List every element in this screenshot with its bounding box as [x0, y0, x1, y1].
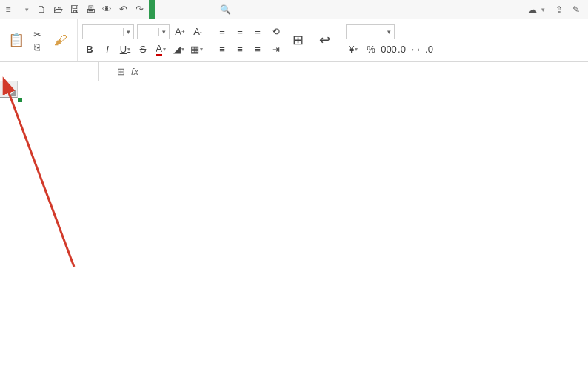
- row-highlight-outer: [18, 98, 22, 102]
- qat-undo-icon[interactable]: ↶: [116, 3, 130, 16]
- search-icon: 🔍: [220, 4, 231, 15]
- cut-icon: ✂: [31, 29, 43, 40]
- quick-access-toolbar: 🗋 🗁 🖫 🖶 👁 ↶ ↷: [32, 3, 149, 16]
- font-name-select[interactable]: ▾: [82, 24, 134, 39]
- shrink-font-button[interactable]: A-: [190, 24, 205, 39]
- format-painter-button[interactable]: 🖌: [49, 32, 73, 50]
- paste-icon: 📋: [8, 33, 24, 47]
- bold-button[interactable]: B: [82, 42, 97, 57]
- tab-page-layout[interactable]: [161, 0, 167, 19]
- tab-formula[interactable]: [167, 0, 173, 19]
- app-menu-icon[interactable]: ≡: [0, 4, 16, 15]
- cut-button[interactable]: ✂: [31, 29, 46, 40]
- tab-data[interactable]: [173, 0, 178, 19]
- comment-icon: ✎: [572, 4, 580, 15]
- bucket-icon: ◢: [173, 44, 181, 55]
- align-top-button[interactable]: ≡: [215, 24, 230, 39]
- underline-button[interactable]: U▾: [118, 42, 133, 57]
- qat-save-icon[interactable]: 🖫: [67, 3, 81, 16]
- currency-button[interactable]: ¥▾: [346, 42, 361, 57]
- share-button[interactable]: ⇪: [555, 4, 565, 15]
- name-box[interactable]: [0, 62, 99, 81]
- row-highlight-inner: [18, 98, 21, 101]
- qat-redo-icon[interactable]: ↷: [133, 3, 146, 16]
- qat-preview-icon[interactable]: 👁: [100, 3, 113, 16]
- unsaved-dropdown-icon[interactable]: ▾: [541, 6, 548, 13]
- active-cell-selection: [18, 98, 21, 101]
- chevron-down-icon: ▾: [384, 28, 394, 36]
- search-button[interactable]: 🔍: [220, 4, 233, 15]
- fx-icon[interactable]: fx: [131, 66, 138, 77]
- align-group: ≡ ≡ ≡ ⟲ ≡ ≡ ≡ ⇥ ⊞ ↩: [210, 19, 341, 61]
- ribbon: 📋 ✂ ⎘ 🖌 ▾ ▾ A+ A- B I U▾ S A▾: [0, 19, 588, 62]
- copy-icon: ⎘: [31, 41, 43, 53]
- share-icon: ⇪: [555, 4, 563, 15]
- fill-color-button[interactable]: ◢▾: [171, 42, 186, 57]
- increase-decimal-button[interactable]: .0→: [399, 42, 414, 57]
- file-menu-dropdown-icon[interactable]: ▾: [25, 6, 32, 13]
- tab-home[interactable]: [149, 0, 155, 19]
- indent-button[interactable]: ⇥: [268, 42, 283, 57]
- tab-extra[interactable]: [202, 0, 208, 19]
- merge-icon: ⊞: [293, 33, 304, 47]
- merge-center-button[interactable]: ⊞: [286, 32, 310, 50]
- number-format-select[interactable]: ▾: [346, 24, 395, 39]
- menu-bar: ≡ ▾ 🗋 🗁 🖫 🖶 👁 ↶ ↷ 🔍 ☁ ▾ ⇪: [0, 0, 588, 19]
- grow-font-button[interactable]: A+: [173, 24, 187, 39]
- align-bottom-button[interactable]: ≡: [250, 24, 265, 39]
- tab-insert[interactable]: [155, 0, 161, 19]
- italic-button[interactable]: I: [100, 42, 115, 57]
- brush-icon: 🖌: [54, 33, 67, 47]
- tab-view[interactable]: [184, 0, 190, 19]
- spreadsheet-grid: [0, 81, 588, 383]
- qat-new-icon[interactable]: 🗋: [35, 3, 48, 16]
- unsaved-indicator[interactable]: ☁ ▾: [528, 4, 548, 15]
- tab-more[interactable]: [208, 0, 214, 19]
- tab-review[interactable]: [178, 0, 184, 19]
- tab-security[interactable]: [190, 0, 196, 19]
- align-middle-button[interactable]: ≡: [233, 24, 247, 39]
- tab-dev-tools[interactable]: [196, 0, 202, 19]
- orientation-button[interactable]: ⟲: [268, 24, 283, 39]
- select-all-corner[interactable]: [0, 81, 18, 98]
- fill-handle[interactable]: [18, 98, 22, 102]
- comment-button[interactable]: ✎: [572, 4, 582, 15]
- comma-button[interactable]: 000: [381, 42, 396, 57]
- chevron-down-icon: ▾: [123, 28, 133, 36]
- formula-bar: ⊞ fx: [0, 62, 588, 81]
- decrease-decimal-button[interactable]: ←.0: [417, 42, 432, 57]
- chevron-down-icon: ▾: [158, 28, 169, 36]
- auto-wrap-button[interactable]: ↩: [313, 32, 336, 50]
- ribbon-tabs: [149, 0, 214, 19]
- font-size-select[interactable]: ▾: [137, 24, 170, 39]
- qat-open-icon[interactable]: 🗁: [51, 3, 64, 16]
- font-group: ▾ ▾ A+ A- B I U▾ S A▾ ◢▾ ▦▾: [78, 19, 210, 61]
- fx-dropdown-icon[interactable]: ⊞: [117, 66, 125, 77]
- border-icon: ▦: [190, 44, 199, 55]
- wrap-icon: ↩: [319, 33, 330, 47]
- align-left-button[interactable]: ≡: [215, 42, 230, 57]
- border-button[interactable]: ▦▾: [189, 42, 204, 57]
- clipboard-group: 📋 ✂ ⎘ 🖌: [0, 19, 78, 61]
- percent-button[interactable]: %: [364, 42, 378, 57]
- align-center-button[interactable]: ≡: [233, 42, 247, 57]
- cloud-icon: ☁: [528, 4, 537, 15]
- copy-button[interactable]: ⎘: [31, 41, 46, 53]
- strike-button[interactable]: S: [136, 42, 150, 57]
- number-group: ▾ ¥▾ % 000 .0→ ←.0: [341, 19, 436, 61]
- paste-button[interactable]: 📋: [4, 32, 28, 50]
- qat-print-icon[interactable]: 🖶: [84, 3, 97, 16]
- align-right-button[interactable]: ≡: [250, 42, 265, 57]
- font-color-button[interactable]: A▾: [153, 42, 168, 57]
- menu-right: ☁ ▾ ⇪ ✎: [528, 4, 588, 15]
